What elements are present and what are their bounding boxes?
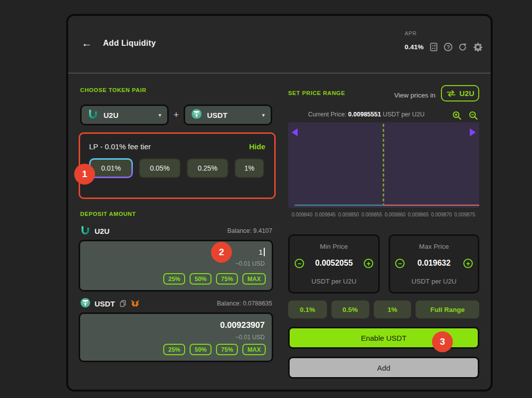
current-price-label: Current Price:	[308, 111, 346, 118]
usdt-percent-buttons: 25% 50% 75% MAX	[163, 344, 266, 355]
current-price-value: 0.00985551	[348, 111, 381, 118]
chart-x-axis: 0.009840 0.009845 0.009850 0.009855 0.00…	[288, 212, 479, 219]
header-divider	[68, 73, 491, 74]
max-price-label: Max Price	[390, 243, 478, 250]
range-handle-left[interactable]	[292, 128, 298, 136]
min-price-decrease-button[interactable]: −	[295, 259, 304, 268]
view-prices-toggle[interactable]: U2U	[441, 85, 479, 101]
chevron-down-icon: ▾	[158, 112, 161, 118]
header-toolbar: 0.41% ?	[405, 42, 483, 52]
x-tick: 0.009875	[454, 212, 475, 219]
current-price-row: Current Price: 0.00985551 USDT per U2U	[288, 111, 479, 121]
token-a-selector[interactable]: U2U ▾	[80, 104, 169, 125]
percent-max-button[interactable]: MAX	[242, 273, 266, 285]
liquidity-below-price-line	[295, 204, 383, 206]
percent-50-button[interactable]: 50%	[190, 344, 212, 355]
percent-25-button[interactable]: 25%	[163, 273, 185, 285]
liquidity-above-price-line	[383, 204, 479, 206]
fee-option-025[interactable]: 0.25%	[187, 158, 228, 178]
app-screen: ← Add Liquidity APR 0.41% ?	[0, 0, 532, 398]
fee-option-005[interactable]: 0.05%	[139, 158, 181, 178]
percent-25-button[interactable]: 25%	[163, 344, 185, 355]
x-tick: 0.009865	[408, 212, 429, 219]
u2u-deposit-header: U2U Balance: 9.4107	[80, 225, 272, 237]
text-cursor	[264, 248, 265, 256]
range-handle-right[interactable]	[470, 128, 476, 136]
swap-arrows-icon	[446, 90, 456, 97]
usdt-logo-icon	[80, 298, 91, 310]
add-liquidity-panel: ← Add Liquidity APR 0.41% ?	[66, 14, 493, 392]
x-tick: 0.009870	[431, 212, 452, 219]
usdt-amount-input[interactable]: 0.00923907	[220, 320, 265, 330]
range-preset-buttons: 0.1% 0.5% 1% Full Range	[288, 300, 479, 318]
u2u-symbol: U2U	[95, 227, 109, 235]
annotation-step-2: 2	[211, 242, 232, 263]
usdt-amount-box: 0.00923907 ~0.01 USD 25% 50% 75% MAX	[79, 312, 273, 362]
usdt-symbol: USDT	[95, 299, 115, 308]
u2u-balance: Balance: 9.4107	[227, 227, 272, 234]
max-price-decrease-button[interactable]: −	[395, 259, 405, 268]
x-tick: 0.009840	[292, 212, 313, 219]
percent-max-button[interactable]: MAX	[242, 344, 266, 355]
hide-link[interactable]: Hide	[249, 142, 265, 151]
zoom-out-icon[interactable]	[468, 110, 478, 120]
x-tick: 0.009850	[338, 212, 359, 219]
calculator-icon[interactable]	[429, 42, 438, 52]
back-arrow-icon[interactable]: ←	[82, 37, 92, 49]
help-icon[interactable]: ?	[444, 43, 452, 51]
view-prices-token: U2U	[459, 89, 474, 98]
usdt-balance: Balance: 0.0788635	[217, 300, 272, 307]
chevron-down-icon: ▾	[262, 112, 265, 118]
copy-address-icon[interactable]	[119, 299, 127, 307]
token-b-name: USDT	[207, 111, 257, 119]
token-a-name: U2U	[104, 111, 153, 119]
percent-50-button[interactable]: 50%	[190, 273, 212, 285]
u2u-usd-estimate: ~0.01 USD	[235, 260, 265, 267]
x-tick: 0.009860	[385, 212, 406, 219]
fee-option-1[interactable]: 1%	[234, 158, 264, 178]
u2u-amount-input[interactable]: 1	[259, 248, 265, 256]
min-price-label: Min Price	[290, 243, 378, 250]
range-full-button[interactable]: Full Range	[416, 300, 479, 318]
usdt-logo-icon	[191, 108, 202, 121]
percent-75-button[interactable]: 75%	[216, 344, 238, 355]
deposit-amount-heading: DEPOSIT AMOUNT	[80, 211, 136, 217]
range-01-button[interactable]: 0.1%	[288, 300, 327, 318]
add-button[interactable]: Add	[288, 357, 479, 379]
zoom-in-icon[interactable]	[452, 110, 462, 120]
annotation-step-1: 1	[74, 164, 95, 185]
range-1-button[interactable]: 1%	[374, 300, 412, 318]
current-price-line	[383, 124, 384, 205]
x-tick: 0.009855	[361, 212, 382, 219]
current-price-unit: USDT per U2U	[383, 111, 425, 118]
refresh-icon[interactable]	[458, 42, 467, 52]
min-price-increase-button[interactable]: +	[364, 259, 373, 268]
u2u-percent-buttons: 25% 50% 75% MAX	[163, 273, 266, 285]
token-pair-row: U2U ▾ + USDT ▾	[80, 104, 272, 125]
metamask-fox-icon[interactable]	[131, 299, 139, 307]
page-title: Add Liquidity	[103, 39, 156, 48]
max-price-box: Max Price 0.019632 USDT per U2U − +	[389, 234, 479, 294]
fee-tier-options: 0.01% 0.05% 0.25% 1%	[89, 158, 265, 178]
percent-75-button[interactable]: 75%	[216, 273, 238, 285]
range-05-button[interactable]: 0.5%	[331, 300, 369, 318]
u2u-amount-value: 1	[259, 248, 263, 256]
max-price-increase-button[interactable]: +	[463, 259, 473, 268]
usdt-usd-estimate: ~0.01 USD	[235, 334, 265, 341]
fee-tier-label: LP - 0.01% fee tier	[89, 142, 151, 151]
max-price-unit: USDT per U2U	[390, 278, 478, 285]
gear-icon[interactable]	[473, 42, 483, 52]
u2u-logo-icon	[88, 108, 99, 121]
token-b-selector[interactable]: USDT ▾	[184, 104, 272, 125]
view-prices-label: View prices in	[394, 92, 435, 99]
fee-option-001[interactable]: 0.01%	[89, 158, 133, 178]
choose-token-pair-heading: CHOOSE TOKEN PAIR	[80, 87, 146, 93]
apr-value: 0.41%	[405, 43, 424, 51]
fee-tier-box: LP - 0.01% fee tier Hide 0.01% 0.05% 0.2…	[79, 132, 276, 199]
usdt-deposit-header: USDT Balance: 0.0788635	[80, 298, 272, 309]
apr-label: APR	[405, 30, 417, 36]
annotation-step-3: 3	[432, 331, 453, 352]
min-price-box: Min Price 0.0052055 USDT per U2U − +	[288, 234, 380, 294]
u2u-logo-icon	[80, 225, 91, 237]
min-price-unit: USDT per U2U	[290, 278, 378, 285]
